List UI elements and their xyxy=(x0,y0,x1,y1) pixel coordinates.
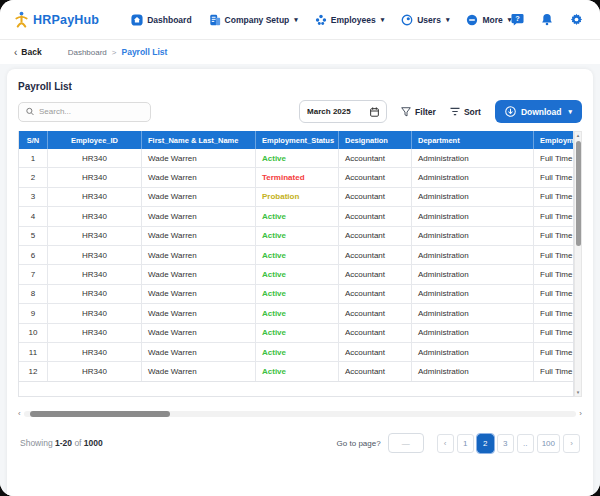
table-row[interactable]: 7 HR340 Wade Warren Active Accountant Ad… xyxy=(19,265,573,284)
horizontal-scroll-track[interactable] xyxy=(24,411,577,417)
hrpayhub-logo-icon xyxy=(14,11,29,28)
col-header-department[interactable]: Department xyxy=(412,131,534,149)
app-window: HRPayHub Dashboard Company Setup xyxy=(0,0,600,496)
vertical-scrollbar[interactable]: ▴ ▾ xyxy=(574,131,582,397)
total-count: 1000 xyxy=(84,438,103,448)
vertical-scroll-thumb[interactable] xyxy=(576,141,581,246)
cell-status: Terminated xyxy=(256,168,339,186)
breadcrumb-dashboard[interactable]: Dashboard xyxy=(68,48,107,57)
nav-employees-label: Employees xyxy=(331,15,376,25)
table-row[interactable]: 9 HR340 Wade Warren Active Accountant Ad… xyxy=(19,304,573,323)
scroll-up-icon[interactable]: ▴ xyxy=(577,132,580,139)
scroll-down-icon[interactable]: ▾ xyxy=(577,389,580,396)
col-header-name[interactable]: First_Name & Last_Name xyxy=(142,131,256,149)
table-row[interactable]: 6 HR340 Wade Warren Active Accountant Ad… xyxy=(19,246,573,265)
horizontal-scroll-thumb[interactable] xyxy=(30,411,170,417)
cell-department: Administration xyxy=(412,207,534,225)
cell-name: Wade Warren xyxy=(142,149,256,167)
cell-type: Full Time xyxy=(534,304,573,322)
col-header-employee-id[interactable]: Employee_ID xyxy=(48,131,142,149)
sort-label: Sort xyxy=(464,107,481,117)
cell-status: Active xyxy=(256,265,339,283)
cell-designation: Accountant xyxy=(339,227,412,245)
cell-sn: 9 xyxy=(19,304,48,322)
cell-designation: Accountant xyxy=(339,246,412,264)
back-button[interactable]: ‹ Back xyxy=(14,47,42,58)
search-box[interactable] xyxy=(18,102,151,122)
cell-type: Full Time xyxy=(534,343,573,361)
sort-button[interactable]: Sort xyxy=(450,107,481,117)
col-header-designation[interactable]: Designation xyxy=(339,131,412,149)
cell-status: Active xyxy=(256,149,339,167)
month-picker[interactable] xyxy=(299,100,387,123)
table-row[interactable]: 12 HR340 Wade Warren Active Accountant A… xyxy=(19,362,573,381)
nav-employees[interactable]: Employees ▾ xyxy=(315,14,384,26)
chevron-down-icon: ▾ xyxy=(568,108,572,116)
cell-sn: 12 xyxy=(19,362,48,380)
cell-employee-id: HR340 xyxy=(48,168,142,186)
pagination-area: Go to page? ‹ 1 2 3 xyxy=(337,433,580,453)
table-row[interactable]: 8 HR340 Wade Warren Active Accountant Ad… xyxy=(19,285,573,304)
next-page-button[interactable]: › xyxy=(563,434,580,453)
download-button[interactable]: Download ▾ xyxy=(495,100,582,123)
table-header-row: S/N Employee_ID First_Name & Last_Name E… xyxy=(19,131,573,149)
navbar-actions: ? xyxy=(511,12,600,27)
cell-name: Wade Warren xyxy=(142,285,256,303)
cell-type: Full Time xyxy=(534,168,573,186)
table-row[interactable]: 3 HR340 Wade Warren Probation Accountant… xyxy=(19,188,573,207)
brand-logo[interactable]: HRPayHub xyxy=(14,11,99,28)
nav-dashboard[interactable]: Dashboard xyxy=(131,14,191,26)
settings-button[interactable] xyxy=(570,13,583,26)
page-number-button[interactable]: 2 xyxy=(477,434,494,453)
cell-type: Full Time xyxy=(534,188,573,206)
brand-name: HRPayHub xyxy=(33,13,99,27)
table-row[interactable]: 1 HR340 Wade Warren Active Accountant Ad… xyxy=(19,149,573,168)
col-header-sn[interactable]: S/N xyxy=(19,131,48,149)
nav-company-setup[interactable]: Company Setup ▾ xyxy=(209,14,298,26)
cell-designation: Accountant xyxy=(339,285,412,303)
employees-group-icon xyxy=(315,14,327,26)
cell-name: Wade Warren xyxy=(142,207,256,225)
nav-more[interactable]: More ▾ xyxy=(466,14,511,26)
cell-status: Active xyxy=(256,285,339,303)
filter-button[interactable]: Filter xyxy=(401,107,436,117)
cell-department: Administration xyxy=(412,168,534,186)
month-input[interactable] xyxy=(307,107,365,116)
cell-designation: Accountant xyxy=(339,362,412,380)
cell-designation: Accountant xyxy=(339,188,412,206)
nav-users[interactable]: Users ▾ xyxy=(401,14,449,26)
scroll-left-icon[interactable]: ‹ xyxy=(18,410,21,417)
cell-sn: 1 xyxy=(19,149,48,167)
table-row[interactable]: 11 HR340 Wade Warren Active Accountant A… xyxy=(19,343,573,362)
page-number-button[interactable]: 3 xyxy=(497,434,514,453)
users-icon xyxy=(401,14,413,26)
goto-page-input[interactable] xyxy=(388,433,424,453)
cell-department: Administration xyxy=(412,227,534,245)
page-number-button[interactable]: .. xyxy=(517,434,534,453)
table-row[interactable]: 2 HR340 Wade Warren Terminated Accountan… xyxy=(19,168,573,187)
cell-department: Administration xyxy=(412,149,534,167)
cell-sn: 2 xyxy=(19,168,48,186)
cell-status: Active xyxy=(256,324,339,342)
table-row[interactable]: 10 HR340 Wade Warren Active Accountant A… xyxy=(19,324,573,343)
prev-page-button[interactable]: ‹ xyxy=(437,434,454,453)
table-row[interactable]: 5 HR340 Wade Warren Active Accountant Ad… xyxy=(19,227,573,246)
cell-sn: 7 xyxy=(19,265,48,283)
download-label: Download xyxy=(521,107,562,117)
col-header-type[interactable]: Employment_Type xyxy=(534,131,573,149)
cell-employee-id: HR340 xyxy=(48,304,142,322)
table-row[interactable]: 4 HR340 Wade Warren Active Accountant Ad… xyxy=(19,207,573,226)
cell-designation: Accountant xyxy=(339,304,412,322)
search-input[interactable] xyxy=(39,107,143,116)
page-number-button[interactable]: 100 xyxy=(537,434,560,453)
scroll-right-icon[interactable]: › xyxy=(579,410,582,417)
horizontal-scrollbar[interactable]: ‹ › xyxy=(18,410,582,417)
cell-sn: 4 xyxy=(19,207,48,225)
cell-department: Administration xyxy=(412,246,534,264)
cell-status: Active xyxy=(256,227,339,245)
notifications-button[interactable] xyxy=(541,13,553,26)
page-number-button[interactable]: 1 xyxy=(457,434,474,453)
col-header-status[interactable]: Employment_Status xyxy=(256,131,339,149)
help-chat-button[interactable]: ? xyxy=(511,13,524,26)
home-icon xyxy=(131,14,143,26)
